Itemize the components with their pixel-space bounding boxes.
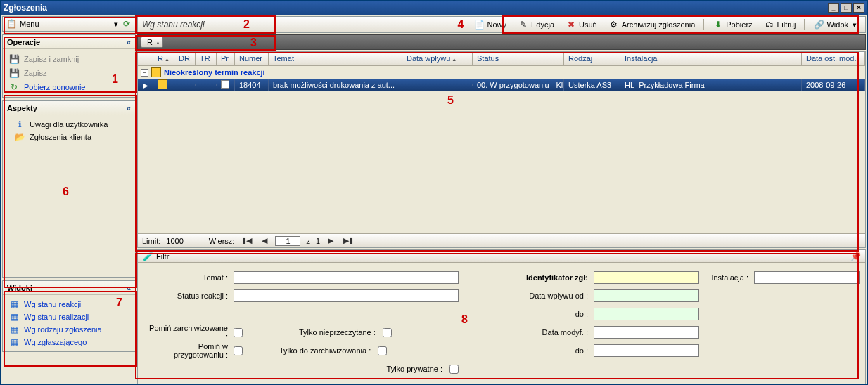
limit-value: 1000 — [166, 237, 183, 245]
check-pomin-przyg[interactable] — [234, 346, 243, 355]
edit-icon: ✎ — [518, 19, 529, 30]
label-tylko-do-arch: Tylko do zarchiwizowania : — [279, 346, 374, 355]
col-numer[interactable]: Numer — [235, 52, 269, 65]
col-status[interactable]: Status — [473, 52, 564, 65]
row-label: Wiersz: — [209, 237, 235, 245]
refresh-icon: ↻ — [8, 81, 20, 93]
gear-icon: ⚙ — [608, 19, 620, 30]
new-button[interactable]: 📄Nowy — [469, 17, 511, 32]
cell-data-ost-mod: 2008-09-26 — [802, 79, 865, 91]
refresh-icon[interactable]: ⟳ — [121, 18, 132, 30]
label-data-wplywu-od: Data wpływu od : — [499, 292, 591, 300]
grid-footer: Limit: 1000 Wiersz: ▮◀ ◀ z 1 ▶ ▶▮ — [138, 233, 865, 247]
check-tylko-priv[interactable] — [449, 365, 459, 374]
chevron-up-icon: « — [127, 38, 131, 46]
group-chip-r[interactable]: R — [141, 37, 163, 48]
aspect-user-notes[interactable]: ℹ Uwagi dla użytkownika — [7, 118, 131, 131]
window-title: Zgłoszenia — [4, 3, 47, 13]
input-data-wplywu-do[interactable] — [594, 308, 699, 320]
label-do-1: do : — [499, 310, 591, 318]
group-row[interactable]: − Nieokreślony termin reakcji — [138, 66, 865, 79]
first-page-button[interactable]: ▮◀ — [240, 236, 254, 245]
group-by-bar[interactable]: R 3 — [137, 34, 866, 50]
pin-icon[interactable]: 📌 — [850, 251, 861, 262]
collapse-icon[interactable]: − — [141, 69, 148, 77]
col-temat[interactable]: Temat — [269, 52, 402, 65]
next-page-button[interactable]: ▶ — [326, 236, 336, 245]
page-total: 1 — [316, 237, 320, 245]
aspect-client-tickets[interactable]: 📂 Zgłoszenia klienta — [7, 131, 131, 143]
col-rodzaj[interactable]: Rodzaj — [564, 52, 620, 65]
operations-panel: Operacje « 💾 Zapisz i zamknij 💾 Zapisz ↻ — [2, 34, 136, 98]
input-instalacja[interactable] — [754, 271, 860, 284]
label-data-modyf: Data modyf. : — [499, 328, 591, 337]
minimize-button[interactable]: _ — [828, 3, 839, 13]
view-button[interactable]: 🔗Widok▾ — [809, 17, 861, 32]
annotation-6: 6 — [63, 185, 69, 198]
header-toolbar: Wg stanu reakcji 2 4 📄Nowy ✎Edycja ✖Usuń… — [137, 16, 866, 33]
col-indicator[interactable] — [138, 52, 153, 65]
views-title: Widoki — [7, 284, 32, 292]
link-icon: 🔗 — [813, 19, 824, 30]
operations-header[interactable]: Operacje « — [3, 35, 135, 49]
operations-title: Operacje — [7, 38, 40, 46]
label-pomin-przyg: Pomiń w przygotowaniu : — [146, 342, 231, 359]
aspects-panel: Aspekty « ℹ Uwagi dla użytkownika 📂 Zgło… — [2, 100, 136, 278]
titlebar: Zgłoszenia _ □ ✕ — [1, 1, 867, 15]
input-status-reakcji[interactable] — [234, 289, 459, 302]
row-indicator: ▶ — [138, 80, 153, 91]
check-tylko-nieprz[interactable] — [383, 328, 392, 337]
filter-panel: 🧪 Filtr 📌 Temat : Identyfikator zgł: Ins… — [137, 249, 866, 384]
view-by-reporter[interactable]: ▦ Wg zgłaszającego — [7, 336, 131, 348]
label-tylko-priv: Tylko prywatne : — [387, 365, 445, 373]
filter-button[interactable]: 🗂Filtruj — [760, 17, 800, 32]
delete-button[interactable]: ✖Usuń — [561, 17, 601, 32]
check-tylko-do-arch[interactable] — [378, 346, 387, 355]
chevron-up-icon: « — [127, 104, 131, 112]
col-data-wplywu[interactable]: Data wpływu▲ — [402, 52, 473, 65]
view-by-realization[interactable]: ▦ Wg stanu realizacji — [7, 311, 131, 323]
archive-button[interactable]: ⚙Archiwizuj zgłoszenia — [604, 17, 700, 32]
input-data-modyf[interactable] — [594, 326, 699, 339]
input-data-modyf-do[interactable] — [594, 344, 699, 357]
col-r[interactable]: R▲ — [153, 52, 174, 65]
operation-save-close: 💾 Zapisz i zamknij — [7, 52, 131, 66]
prev-page-button[interactable]: ◀ — [260, 236, 269, 245]
menu-bar[interactable]: 📋 Menu ▾ ⟳ — [2, 16, 136, 32]
maximize-button[interactable]: □ — [841, 3, 852, 13]
col-instalacja[interactable]: Instalacja — [620, 52, 802, 65]
annotation-1: 1 — [112, 73, 118, 86]
input-temat[interactable] — [234, 271, 459, 284]
table-row[interactable]: ▶ 18404 brak możliwości drukowania z aut… — [138, 79, 865, 91]
col-data-ost-mod[interactable]: Data ost. mod. — [802, 52, 865, 65]
aspects-title: Aspekty — [7, 104, 37, 112]
last-page-button[interactable]: ▶▮ — [341, 236, 355, 245]
col-pr[interactable]: Pr — [217, 52, 235, 65]
cell-rodzaj: Usterka AS3 — [564, 79, 620, 91]
annotation-3: 3 — [250, 37, 257, 49]
cell-data-wplywu — [402, 84, 473, 86]
views-header[interactable]: Widoki « — [3, 281, 135, 295]
annotation-5: 5 — [447, 94, 454, 107]
menu-label: Menu — [20, 20, 111, 28]
edit-button[interactable]: ✎Edycja — [513, 17, 559, 32]
check-pomin-zarch[interactable] — [234, 328, 243, 337]
chevron-down-icon: ▾ — [114, 20, 118, 29]
view-by-reaction[interactable]: ▦ Wg stanu reakcji — [7, 298, 131, 311]
label-instalacja: Instalacja : — [702, 273, 751, 282]
filter-title: Filtr — [156, 252, 169, 261]
view-icon: ▦ — [8, 299, 20, 310]
input-identyfikator[interactable] — [594, 271, 699, 284]
annotation-8: 8 — [461, 313, 468, 326]
annotation-2: 2 — [243, 18, 250, 31]
download-button[interactable]: ⬇Pobierz — [708, 17, 756, 32]
chevron-down-icon: ▾ — [853, 20, 857, 30]
input-data-wplywu-od[interactable] — [594, 289, 699, 302]
cell-status: 00. W przygotowaniu - Kl... — [473, 79, 564, 91]
aspects-header[interactable]: Aspekty « — [3, 101, 135, 115]
col-dr[interactable]: DR — [174, 52, 196, 65]
col-tr[interactable]: TR — [196, 52, 217, 65]
view-by-type[interactable]: ▦ Wg rodzaju zgłoszenia — [7, 323, 131, 336]
close-button[interactable]: ✕ — [853, 3, 864, 13]
page-input[interactable] — [275, 236, 300, 246]
